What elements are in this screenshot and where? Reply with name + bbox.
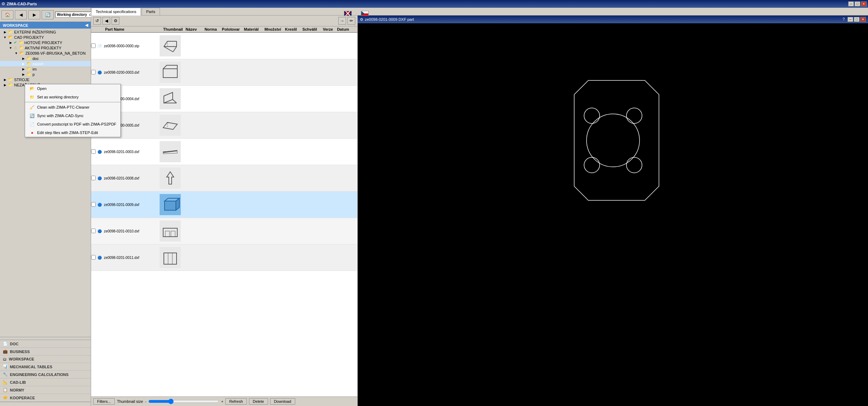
folder-icon-export: 📁	[26, 61, 31, 66]
shortcut-workspace[interactable]: 🗂 WORKSPACE	[0, 356, 91, 363]
shortcut-eng-calc[interactable]: 🔧 ENGINEERING CALCULATIONS	[0, 371, 91, 378]
tree-item-ze0098[interactable]: ▼ 📂 ZE0098-VF-BRUSKA_NA_BETON	[0, 50, 91, 56]
tab-tech-specs[interactable]: Technical specifications	[91, 8, 141, 16]
preview-close-btn[interactable]: ✕	[860, 17, 866, 22]
context-menu-set-wd[interactable]: 📁 Set as working directory	[25, 93, 120, 101]
context-menu-sync[interactable]: 🔄 Sync with ZIMA-CAD-Sync	[25, 111, 120, 120]
shortcut-doc[interactable]: 📄 DOC	[0, 340, 91, 348]
row-checkbox-1[interactable]	[91, 70, 96, 74]
tree-item-cad[interactable]: ▼ 📂 CAD PROJEKTY	[0, 35, 91, 40]
tree-arrow-hotove[interactable]: ▶	[8, 41, 13, 45]
tree-arrow-ze0098[interactable]: ▼	[14, 51, 18, 55]
maximize-btn[interactable]: □	[855, 1, 860, 6]
tree-item-aktivni[interactable]: ▼ ⚠ 📁 AKTIVNÍ PROJEKTY	[0, 45, 91, 50]
flag-cz[interactable]	[361, 11, 369, 16]
row-checkbox-0[interactable]	[91, 43, 96, 48]
tree-item-hotove[interactable]: ▶ ✔ 📁 HOTOVÉ PROJEKTY	[0, 40, 91, 45]
tab-parts[interactable]: Parts	[142, 8, 160, 15]
tree-item-stroje[interactable]: ▶ 📁 STROJE	[0, 77, 91, 82]
tree-arrow-nezarazene[interactable]: ▶	[3, 83, 7, 87]
edit-step-icon: ●	[29, 130, 35, 135]
context-menu-open[interactable]: 📂 Open	[25, 84, 120, 93]
table-row[interactable]: 🔵 ze0098-0201-0010.dxf	[91, 218, 357, 244]
table-row[interactable]: 🔵 ze0098-0200-0005.dxf	[91, 112, 357, 139]
tree-arrow-stroje[interactable]: ▶	[3, 78, 7, 82]
refresh-btn[interactable]: Refresh	[225, 398, 247, 405]
workspace-title: WORKSPACE	[3, 23, 28, 28]
row-checkbox-7[interactable]	[91, 229, 96, 233]
shortcut-kooperace[interactable]: 🤝 KOOPERACE	[0, 394, 91, 402]
tree-item-export[interactable]: ▶ 📁 export	[0, 61, 91, 66]
table-row[interactable]: 🔵 ze0098-0200-0004.dxf	[91, 86, 357, 112]
delete-btn[interactable]: Delete	[249, 398, 268, 405]
tree-arrow-export[interactable]: ▶	[21, 62, 25, 66]
shortcut-business[interactable]: 💼 BUSINESS	[0, 348, 91, 356]
shortcut-doc-label: DOC	[10, 342, 18, 346]
workspace-collapse-btn[interactable]: ◀	[85, 23, 88, 28]
home-btn[interactable]: 🏠	[1, 10, 13, 19]
table-row[interactable]: 🔵 ze0098-0201-0008.dxf	[91, 165, 357, 192]
table-row[interactable]: 🔵 ze0098-0201-0003.dxf	[91, 139, 357, 165]
table-row-selected[interactable]: 🔵 ze0098-0201-0009.dxf	[91, 192, 357, 218]
shortcut-cad-lib[interactable]: 📐 CAD-LIB	[0, 378, 91, 386]
table-row[interactable]: 🔵 ze0098-0200-0003.dxf	[91, 59, 357, 86]
forward-btn[interactable]: ▶	[28, 10, 40, 19]
context-open-label: Open	[37, 86, 47, 91]
row-name-4: ze0098-0201-0003.dxf	[104, 150, 160, 154]
preview-title: ze0098-0201-0009 DXF part	[365, 17, 414, 22]
context-menu-edit-step[interactable]: ● Edit step files with ZIMA-STEP-Edit	[25, 128, 120, 137]
download-btn[interactable]: Download	[270, 398, 295, 405]
tree-arrow-cad[interactable]: ▼	[3, 35, 7, 40]
parts-refresh-btn[interactable]: ↺	[93, 17, 101, 25]
tree-arrow-im[interactable]: ▶	[21, 67, 25, 71]
parts-export-btn[interactable]: →	[338, 17, 346, 25]
row-checkbox-6[interactable]	[91, 202, 96, 207]
tree-item-p[interactable]: ▶ 📁 p	[0, 72, 91, 77]
thumbnail-8	[160, 247, 181, 268]
preview-maximize-btn[interactable]: □	[854, 17, 860, 22]
tree-arrow-aktivni[interactable]: ▼	[8, 46, 13, 50]
preview-minimize-btn[interactable]: ─	[848, 17, 853, 22]
tree-label-externi: EXTERNÍ INŽENÝRING	[14, 30, 56, 34]
tree-item-doc[interactable]: ▶ 📁 doc	[0, 56, 91, 61]
table-row[interactable]: 📄 ze0098-0000-0000.stp	[91, 33, 357, 59]
tree-item-im[interactable]: ▶ 📁 im	[0, 66, 91, 72]
tree-item-externi[interactable]: ▶ 📁 EXTERNÍ INŽENÝRING	[0, 29, 91, 35]
main-toolbar: 🏠 ◀ ▶ 🔄 Working directory C:/Users/Vladi…	[0, 8, 91, 22]
svg-rect-18	[171, 231, 175, 237]
table-row[interactable]: 🔵 ze0098-0201-0011.dxf	[91, 244, 357, 271]
tree-arrow-externi[interactable]: ▶	[3, 30, 7, 34]
thumbnail-6	[160, 194, 181, 215]
row-icon-5: 🔵	[97, 176, 102, 180]
minimize-btn[interactable]: ─	[848, 1, 854, 6]
shortcut-kooperace-label: KOOPERACE	[10, 396, 35, 400]
col-header-verze: Verze	[323, 27, 337, 31]
thumb-size-slider[interactable]	[148, 399, 219, 404]
col-header-mnozstvi: Množství	[264, 27, 285, 31]
parts-prev-btn[interactable]: ◀	[102, 17, 110, 25]
row-checkbox-8[interactable]	[91, 255, 96, 260]
tree-label-aktivni: AKTIVNÍ PROJEKTY	[25, 46, 61, 50]
context-menu-clean[interactable]: 🧹 Clean with ZIMA-PTC-Cleaner	[25, 103, 120, 111]
shortcut-mech-tables[interactable]: 📊 MECHANICAL TABLES	[0, 363, 91, 371]
flag-uk[interactable]	[344, 11, 352, 16]
title-bar: ⚙ ZIMA-CAD-Parts ─ □ ✕	[0, 0, 868, 8]
back-btn[interactable]: ◀	[15, 10, 27, 19]
svg-line-9	[173, 99, 177, 103]
preview-help-icon[interactable]: ?	[843, 17, 845, 22]
parts-edit-btn[interactable]: ✏	[347, 17, 355, 25]
tree-arrow-p[interactable]: ▶	[21, 72, 25, 77]
reload-btn[interactable]: 🔄	[42, 10, 54, 19]
delete-label: Delete	[253, 399, 264, 404]
shortcut-normy[interactable]: 📋 NORMY	[0, 386, 91, 394]
context-menu-convert[interactable]: 📄 Convert postscript to PDF with ZIMA-PS…	[25, 120, 120, 128]
tree-arrow-doc[interactable]: ▶	[21, 56, 25, 61]
preview-title-buttons: ? ─ □ ✕	[843, 17, 866, 22]
close-btn[interactable]: ✕	[861, 1, 867, 6]
row-checkbox-5[interactable]	[91, 176, 96, 180]
row-icon-7: 🔵	[97, 229, 102, 233]
back-icon: ◀	[18, 12, 24, 18]
filters-btn[interactable]: Filters...	[93, 398, 115, 405]
parts-settings-btn[interactable]: ⚙	[112, 17, 119, 25]
row-checkbox-4[interactable]	[91, 149, 96, 154]
